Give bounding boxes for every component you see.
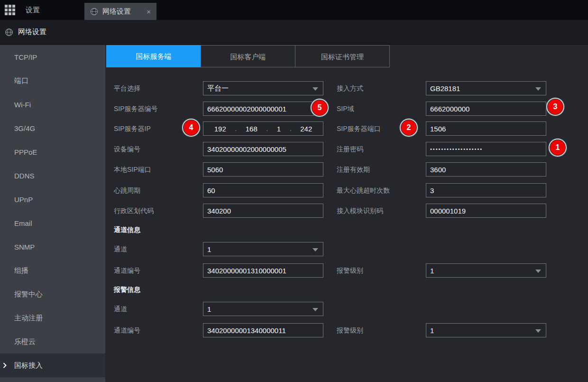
access-mode-select[interactable]: GB28181 <box>426 81 546 95</box>
channel-id-input[interactable] <box>203 263 323 278</box>
platform-label: 平台选择 <box>114 81 140 95</box>
admin-region-code-input[interactable] <box>203 204 323 218</box>
heartbeat-period-label: 心跳周期 <box>114 183 140 197</box>
chevron-down-icon <box>312 248 318 252</box>
channel-label: 通道 <box>114 242 127 256</box>
chevron-down-icon <box>535 87 541 91</box>
alarm-level-select[interactable]: 1 <box>426 263 546 278</box>
chevron-right-icon <box>3 363 7 368</box>
local-sip-port-label: 本地SIP端口 <box>114 162 151 177</box>
channel-info-section-title: 通道信息 <box>114 224 140 236</box>
app-window: 设置 网络设置 × 网络设置 TCP/IP 端口 Wi-Fi 3G/4G PPP… <box>0 0 588 382</box>
main-content: 国标服务端 国标客户端 国标证书管理 平台选择 平台一 接入方式 GB28181… <box>105 45 588 382</box>
sidebar-item-3g4g[interactable]: 3G/4G <box>0 116 105 140</box>
sidebar-item-wifi[interactable]: Wi-Fi <box>0 93 105 116</box>
admin-region-code-label: 行政区划代码 <box>114 204 154 218</box>
alarm-level-label: 报警级别 <box>337 263 363 278</box>
sidebar-item-easy4ip[interactable]: 乐橙云 <box>0 330 105 354</box>
register-validity-input[interactable] <box>426 162 546 177</box>
local-sip-port-input[interactable] <box>203 162 323 177</box>
register-password-input[interactable] <box>426 142 546 156</box>
sidebar-item-gb28181[interactable]: 国标接入 <box>0 354 105 377</box>
access-module-id-label: 接入模块识别码 <box>337 204 383 218</box>
tab-gb-server[interactable]: 国标服务端 <box>106 45 201 67</box>
callout-badge-5: 5 <box>312 100 327 115</box>
sidebar-item-email[interactable]: Email <box>0 211 105 235</box>
tab-network-settings-window[interactable]: 网络设置 × <box>84 3 156 20</box>
alarm-channel-id-input[interactable] <box>203 323 323 337</box>
sip-server-port-label: SIP服务器端口 <box>337 121 381 136</box>
tab-gb-cert-management[interactable]: 国标证书管理 <box>295 45 390 67</box>
register-password-label: 注册密码 <box>337 142 363 156</box>
chevron-down-icon <box>312 308 318 311</box>
globe-icon <box>5 28 13 37</box>
sidebar-item-upnp[interactable]: UPnP <box>0 187 105 211</box>
max-heartbeat-timeouts-label: 最大心跳超时次数 <box>337 183 390 197</box>
settings-menu-label[interactable]: 设置 <box>26 6 40 15</box>
sidebar-item-alarm-center[interactable]: 报警中心 <box>0 282 105 306</box>
sip-server-port-input[interactable] <box>426 121 546 136</box>
close-icon[interactable]: × <box>147 8 151 16</box>
access-mode-label: 接入方式 <box>337 81 363 95</box>
main-menu-button[interactable]: 设置 <box>5 0 40 20</box>
access-module-id-input[interactable] <box>426 204 546 218</box>
alarm-channel-label: 通道 <box>114 302 127 316</box>
alarm-level2-label: 报警级别 <box>337 323 363 337</box>
chevron-down-icon <box>312 87 318 91</box>
sidebar-item-ddns[interactable]: DDNS <box>0 164 105 187</box>
callout-badge-3: 3 <box>548 99 563 114</box>
callout-badge-2: 2 <box>401 120 416 135</box>
device-id-input[interactable] <box>203 142 323 156</box>
chevron-down-icon <box>535 270 541 273</box>
sip-server-ip-input[interactable]: 192 . 168 . 1 . 242 <box>203 121 323 136</box>
channel-select[interactable]: 1 <box>203 242 323 256</box>
sip-server-ip-label: SIP服务器IP <box>114 121 151 136</box>
sidebar-item-auto-register[interactable]: 主动注册 <box>0 306 105 330</box>
alarm-level2-select[interactable]: 1 <box>426 323 546 337</box>
sidebar-item-pppoe[interactable]: PPPoE <box>0 140 105 164</box>
grid-menu-icon <box>5 5 15 15</box>
alarm-channel-select[interactable]: 1 <box>203 302 323 316</box>
register-validity-label: 注册有效期 <box>337 162 370 177</box>
platform-select[interactable]: 平台一 <box>203 81 323 95</box>
sidebar-item-multicast[interactable]: 组播 <box>0 259 105 282</box>
callout-badge-4: 4 <box>184 120 199 135</box>
sidebar-item-port[interactable]: 端口 <box>0 69 105 93</box>
callout-badge-1: 1 <box>550 140 565 155</box>
chevron-down-icon <box>535 329 541 333</box>
channel-id-label: 通道编号 <box>114 263 140 278</box>
sip-server-id-input[interactable] <box>203 102 323 116</box>
heartbeat-period-input[interactable] <box>203 183 323 197</box>
sip-domain-label: SIP域 <box>337 102 354 116</box>
page-header: 网络设置 <box>0 20 588 45</box>
sidebar: TCP/IP 端口 Wi-Fi 3G/4G PPPoE DDNS UPnP Em… <box>0 45 105 382</box>
sidebar-item-snmp[interactable]: SNMP <box>0 235 105 259</box>
globe-icon <box>90 8 98 16</box>
alarm-channel-id-label: 通道编号 <box>114 323 140 337</box>
page-title: 网络设置 <box>18 28 46 37</box>
content-tabs: 国标服务端 国标客户端 国标证书管理 <box>106 45 390 67</box>
top-bar: 设置 网络设置 × <box>0 0 588 20</box>
tab-gb-client[interactable]: 国标客户端 <box>201 45 295 67</box>
window-tab-label: 网络设置 <box>102 7 131 16</box>
sip-server-id-label: SIP服务器编号 <box>114 102 158 116</box>
max-heartbeat-timeouts-input[interactable] <box>426 183 546 197</box>
sip-domain-input[interactable] <box>426 102 546 116</box>
sidebar-item-tcpip[interactable]: TCP/IP <box>0 45 105 69</box>
alarm-info-section-title: 报警信息 <box>114 283 140 296</box>
device-id-label: 设备编号 <box>114 142 140 156</box>
